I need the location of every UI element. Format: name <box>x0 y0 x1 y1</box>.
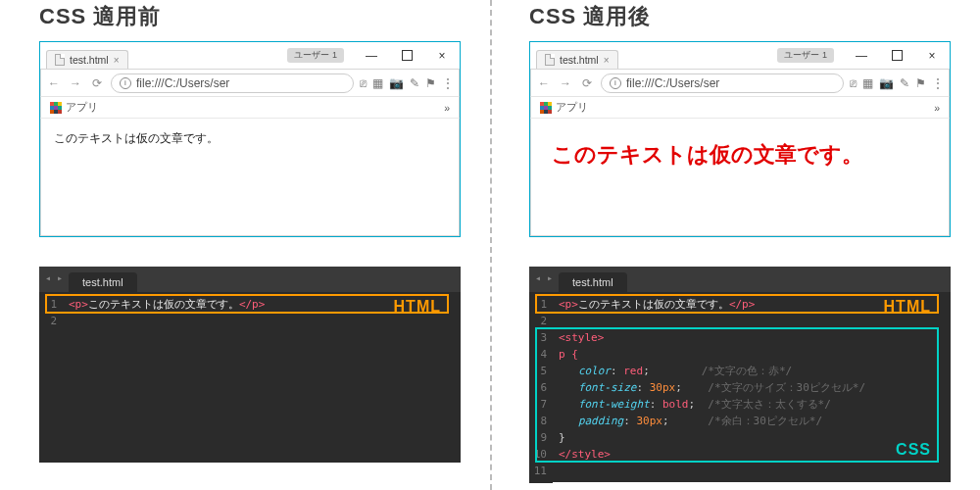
tab-close-icon[interactable]: × <box>604 55 610 66</box>
editor-tab[interactable]: test.html <box>69 272 137 292</box>
flag-icon[interactable]: ⚑ <box>915 76 926 90</box>
file-icon <box>55 54 65 66</box>
browser-titlebar: test.html × ユーザー 1 — × <box>530 42 950 70</box>
code-tag-close: </p> <box>239 298 266 311</box>
back-button[interactable]: ← <box>536 76 552 90</box>
page-body-before: このテキストは仮の文章です。 <box>40 119 460 159</box>
apps-grid-icon <box>540 102 552 114</box>
code-tag-open: <p> <box>69 298 88 311</box>
heading-before: CSS 適用前 <box>39 2 490 31</box>
bookmark-bar: アプリ » <box>530 97 950 119</box>
camera-icon[interactable]: 📷 <box>389 76 404 90</box>
flag-icon[interactable]: ⚑ <box>425 76 436 90</box>
close-icon: × <box>438 49 445 63</box>
page-body-after: このテキストは仮の文章です。 <box>530 119 950 191</box>
user-badge[interactable]: ユーザー 1 <box>777 48 834 63</box>
cast-icon[interactable]: ⎚ <box>360 76 367 90</box>
panel-before: CSS 適用前 test.html × ユーザー 1 — × ← → ⟳ <box>39 0 490 490</box>
extension-icons: ⎚ ▦ 📷 ✎ ⚑ ⋮ <box>360 76 454 90</box>
editor-gutter: 12 <box>39 292 63 333</box>
picker-icon[interactable]: ✎ <box>900 76 909 90</box>
editor-tab-title: test.html <box>572 276 613 288</box>
editor-gutter: 1234567891011 <box>529 292 553 483</box>
code-comment: /*文字の色：赤*/ <box>702 365 793 377</box>
window-controls: ユーザー 1 — × <box>777 42 950 69</box>
column-separator <box>490 0 492 490</box>
window-close-button[interactable]: × <box>424 42 460 69</box>
window-controls: ユーザー 1 — × <box>287 42 460 69</box>
editor-tabbar: ◂ ▸ test.html <box>39 267 461 292</box>
editor-tab-title: test.html <box>82 276 123 288</box>
browser-address-bar: ← → ⟳ i file:///C:/Users/ser ⎚ ▦ 📷 ✎ ⚑ ⋮ <box>40 70 460 97</box>
code-text: このテキストは仮の文章です。 <box>578 298 729 311</box>
reload-button[interactable]: ⟳ <box>89 76 105 90</box>
window-close-button[interactable]: × <box>914 42 950 69</box>
apps-shortcut[interactable]: アプリ <box>50 101 98 115</box>
browser-window-after: test.html × ユーザー 1 — × ← → ⟳ i file:///C… <box>529 41 951 237</box>
code-val: 30px <box>650 381 676 394</box>
menu-icon[interactable]: ⋮ <box>442 76 454 90</box>
browser-tab[interactable]: test.html × <box>46 50 128 69</box>
editor-code[interactable]: <p>このテキストは仮の文章です。</p> <box>63 292 461 333</box>
url-text: file:///C:/Users/ser <box>136 76 229 90</box>
file-icon <box>545 54 555 66</box>
minimize-icon: — <box>366 49 377 63</box>
window-maximize-button[interactable] <box>879 42 914 69</box>
code-prop: padding <box>578 415 623 427</box>
code-style-open: <style> <box>559 331 604 344</box>
browser-address-bar: ← → ⟳ i file:///C:/Users/ser ⎚ ▦ 📷 ✎ ⚑ ⋮ <box>530 70 950 97</box>
forward-button[interactable]: → <box>68 76 83 90</box>
editor-body[interactable]: 12 <p>このテキストは仮の文章です。</p> HTML <box>39 292 461 333</box>
cast-icon[interactable]: ⎚ <box>850 76 857 90</box>
heading-after: CSS 適用後 <box>529 2 980 31</box>
tab-close-icon[interactable]: × <box>114 55 120 66</box>
code-tag-close: </p> <box>729 298 756 311</box>
back-button[interactable]: ← <box>46 76 62 90</box>
info-icon[interactable]: i <box>120 77 131 89</box>
editor-body[interactable]: 1234567891011 <p>このテキストは仮の文章です。</p> <sty… <box>529 292 951 483</box>
apps-shortcut[interactable]: アプリ <box>540 101 588 115</box>
code-prop: font-size <box>578 381 637 394</box>
code-val: 30px <box>636 415 662 427</box>
browser-window-before: test.html × ユーザー 1 — × ← → ⟳ i file:///C… <box>39 41 461 237</box>
editor-tabbar: ◂ ▸ test.html <box>529 267 951 292</box>
browser-titlebar: test.html × ユーザー 1 — × <box>40 42 460 70</box>
code-comment: /*文字のサイズ：30ピクセル*/ <box>708 381 865 394</box>
minimize-icon: — <box>856 49 867 63</box>
close-icon: × <box>928 49 935 63</box>
editor-tab[interactable]: test.html <box>559 272 627 292</box>
window-minimize-button[interactable]: — <box>354 42 389 69</box>
url-input[interactable]: i file:///C:/Users/ser <box>111 74 354 93</box>
url-input[interactable]: i file:///C:/Users/ser <box>601 74 844 93</box>
qr-icon[interactable]: ▦ <box>372 76 383 90</box>
menu-icon[interactable]: ⋮ <box>932 76 944 90</box>
url-text: file:///C:/Users/ser <box>626 76 719 90</box>
qr-icon[interactable]: ▦ <box>862 76 873 90</box>
editor-tab-nav[interactable]: ◂ ▸ <box>45 272 69 287</box>
editor-code[interactable]: <p>このテキストは仮の文章です。</p> <style> p { color:… <box>553 292 951 483</box>
apps-label: アプリ <box>66 101 98 115</box>
code-text: このテキストは仮の文章です。 <box>88 298 239 311</box>
browser-tabs-area: test.html × <box>530 42 618 69</box>
page-paragraph: このテキストは仮の文章です。 <box>54 131 219 145</box>
browser-tab-title: test.html <box>70 54 109 66</box>
window-minimize-button[interactable]: — <box>844 42 879 69</box>
bookmark-overflow[interactable]: » <box>934 102 940 114</box>
code-prop: color <box>578 365 611 377</box>
bookmark-bar: アプリ » <box>40 97 460 119</box>
code-editor-before: ◂ ▸ test.html 12 <p>このテキストは仮の文章です。</p> H… <box>39 267 461 463</box>
editor-tab-nav[interactable]: ◂ ▸ <box>535 272 559 287</box>
page-paragraph-styled: このテキストは仮の文章です。 <box>530 119 950 191</box>
window-maximize-button[interactable] <box>389 42 424 69</box>
reload-button[interactable]: ⟳ <box>579 76 595 90</box>
camera-icon[interactable]: 📷 <box>879 76 894 90</box>
forward-button[interactable]: → <box>558 76 573 90</box>
bookmark-overflow[interactable]: » <box>444 102 450 114</box>
code-comment: /*余白：30ピクセル*/ <box>708 415 822 427</box>
picker-icon[interactable]: ✎ <box>410 76 419 90</box>
browser-tab[interactable]: test.html × <box>536 50 618 69</box>
info-icon[interactable]: i <box>610 77 621 89</box>
code-prop: font-weight <box>578 398 650 411</box>
user-badge[interactable]: ユーザー 1 <box>287 48 344 63</box>
code-editor-after: ◂ ▸ test.html 1234567891011 <p>このテキストは仮の… <box>529 267 951 482</box>
